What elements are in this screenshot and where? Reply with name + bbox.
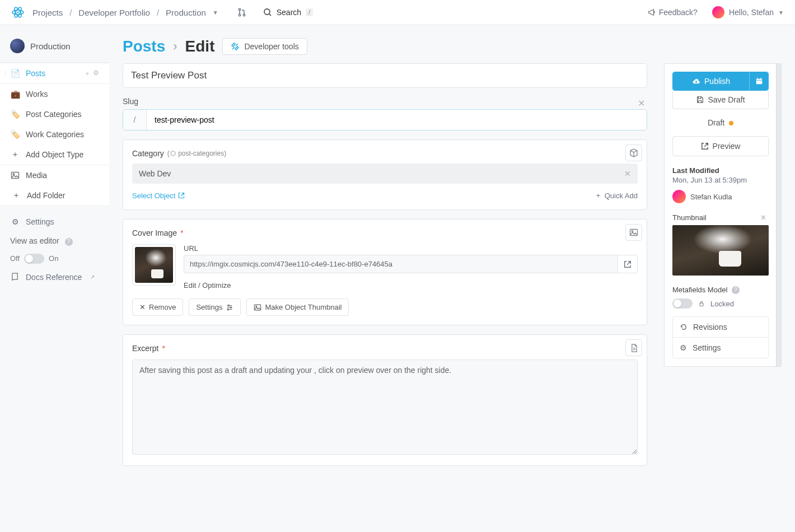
user-menu[interactable]: Hello, Stefan ▼ [712, 6, 784, 18]
svg-rect-17 [756, 79, 762, 85]
schedule-button[interactable] [749, 72, 768, 90]
remove-chip-icon[interactable]: ✕ [624, 169, 631, 178]
revisions-label: Revisions [693, 323, 727, 332]
bucket-name: Production [30, 41, 71, 51]
settings-button[interactable]: ⚙ Settings [673, 337, 768, 358]
svg-point-12 [228, 305, 229, 306]
save-draft-button[interactable]: Save Draft [672, 91, 769, 109]
svg-rect-8 [12, 172, 19, 179]
post-title-input[interactable] [123, 63, 647, 88]
edit-optimize-label: Edit / Optimize [184, 281, 638, 290]
plus-icon[interactable]: ＋ [84, 69, 91, 78]
sidebar-item-posts[interactable]: ⋮⋮ 📄 Posts ＋ ⚙ [0, 63, 109, 84]
drag-handle-icon[interactable]: ⋮⋮ [2, 70, 15, 77]
right-rail: Publish Save Draft Draft [664, 63, 782, 367]
slug-prefix: / [123, 110, 147, 130]
url-label: URL [184, 244, 638, 253]
view-editor-label: View as editor [10, 236, 59, 245]
sidebar-item-label: Media [26, 171, 47, 180]
svg-point-5 [238, 14, 240, 16]
caret-icon: › [173, 39, 177, 54]
book-icon [10, 272, 20, 282]
status-dot-icon [729, 121, 733, 125]
sidebar-item-post-categories[interactable]: 🏷️ Post Categories [0, 104, 109, 124]
breadcrumb-bucket[interactable]: Production [166, 8, 206, 17]
excerpt-textarea[interactable] [132, 360, 638, 455]
remove-image-button[interactable]: ✕ Remove [132, 298, 183, 316]
feedback-link[interactable]: Feedback? [648, 8, 698, 17]
avatar [672, 190, 686, 203]
svg-point-13 [231, 306, 232, 307]
last-modified-label: Last Modified [672, 166, 769, 175]
close-icon[interactable]: ✕ [635, 98, 647, 109]
search[interactable]: Search / [263, 8, 313, 17]
locked-label: Locked [710, 300, 734, 308]
chevron-down-icon[interactable]: ▼ [213, 10, 218, 16]
thumbnail-preview[interactable] [672, 225, 769, 276]
add-object-type[interactable]: ＋ Add Object Type [0, 144, 109, 165]
close-icon: ✕ [139, 303, 146, 311]
image-settings-button[interactable]: Settings [189, 298, 241, 316]
pull-request-icon[interactable] [237, 8, 246, 17]
sidebar-item-label: Posts [26, 69, 45, 78]
sidebar-item-label: Add Folder [27, 191, 65, 200]
preview-button[interactable]: Preview [672, 136, 769, 156]
topbar: Projects / Developer Portfolio / Product… [0, 0, 795, 25]
sidebar-settings[interactable]: ⚙ Settings [0, 212, 109, 232]
chip-label: Web Dev [139, 169, 171, 178]
svg-rect-19 [760, 78, 761, 80]
cover-image-panel: Cover Image * URL https://imgix.cosmicjs… [123, 219, 647, 325]
plus-icon: ＋ [11, 190, 21, 200]
metafields-toggle[interactable] [672, 298, 693, 309]
sidebar-media[interactable]: Media [0, 165, 109, 185]
help-icon[interactable]: ? [65, 238, 73, 246]
save-icon [696, 96, 704, 104]
breadcrumb-sep: / [69, 8, 72, 17]
developer-tools-button[interactable]: Developer tools [222, 38, 307, 55]
sidebar-item-work-categories[interactable]: 🏷️ Work Categories [0, 124, 109, 144]
chevron-down-icon: ▼ [778, 10, 784, 16]
cover-thumbnail[interactable] [132, 244, 176, 286]
quick-add-button[interactable]: ＋ Quick Add [595, 190, 638, 200]
revisions-button[interactable]: Revisions [673, 317, 768, 337]
document-icon[interactable] [625, 339, 642, 356]
works-icon: 💼 [10, 89, 20, 99]
sidebar-add-folder[interactable]: ＋ Add Folder [0, 185, 109, 206]
lock-icon [698, 300, 705, 307]
slug-input[interactable] [147, 110, 647, 130]
editor-toggle-row: Off On [0, 250, 109, 267]
sliders-icon [226, 304, 233, 311]
bucket-header[interactable]: Production [0, 35, 109, 62]
status-indicator: Draft [672, 118, 769, 127]
author-row: Stefan Kudla [672, 190, 769, 203]
megaphone-icon [648, 8, 656, 16]
remove-thumbnail-icon[interactable]: ✕ [758, 213, 769, 222]
settings-label: Settings [196, 303, 222, 311]
sidebar-item-label: Settings [26, 217, 54, 226]
calendar-icon [755, 77, 763, 85]
svg-point-7 [264, 9, 270, 15]
breadcrumb-projects[interactable]: Projects [32, 8, 63, 17]
category-chip: Web Dev ✕ [132, 164, 638, 184]
tools-icon [231, 42, 240, 51]
plus-icon: ＋ [10, 150, 20, 160]
url-input[interactable]: https://imgix.cosmicjs.com/473ee110-c4e9… [184, 255, 618, 273]
feedback-label: Feedback? [659, 8, 698, 17]
sidebar-docs[interactable]: Docs Reference ↗ [0, 267, 109, 287]
select-object-button[interactable]: Select Object [132, 192, 185, 200]
section-link[interactable]: Posts [123, 38, 165, 55]
publish-button[interactable]: Publish [673, 72, 749, 90]
category-panel: Category ( post-categories) Web Dev ✕ Se… [123, 139, 647, 210]
svg-point-9 [13, 174, 14, 175]
make-thumbnail-button[interactable]: Make Object Thumbnail [246, 298, 349, 316]
editor-toggle[interactable] [24, 254, 44, 264]
svg-point-14 [228, 309, 229, 310]
help-icon[interactable]: ? [732, 286, 740, 294]
app-logo[interactable] [11, 6, 25, 19]
sidebar-item-works[interactable]: 💼 Works [0, 84, 109, 104]
object-icon[interactable] [625, 144, 642, 161]
image-icon[interactable] [625, 224, 642, 241]
open-url-button[interactable] [618, 255, 638, 273]
gear-icon[interactable]: ⚙ [93, 69, 99, 78]
breadcrumb-project[interactable]: Developer Portfolio [78, 8, 150, 17]
